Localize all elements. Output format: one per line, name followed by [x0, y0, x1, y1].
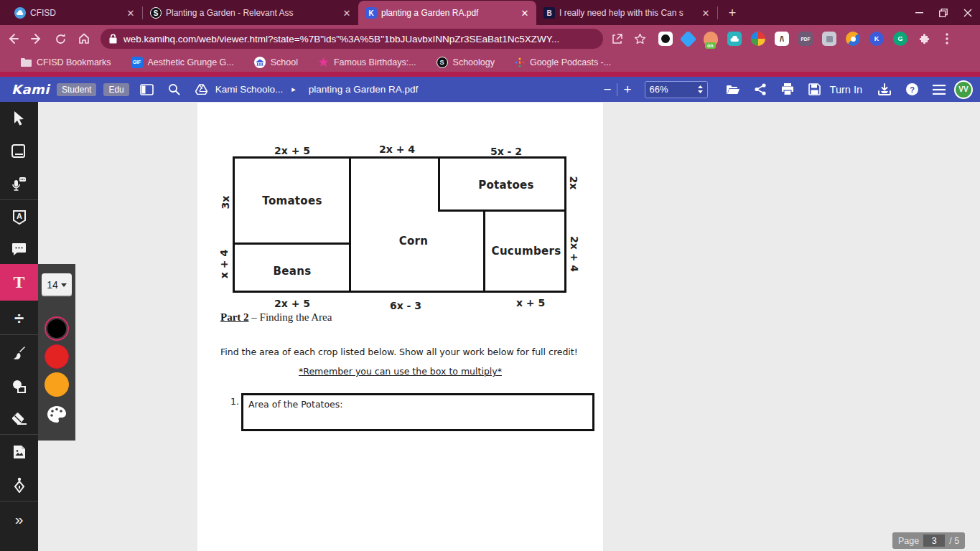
print-icon[interactable] — [778, 80, 797, 99]
menu-icon[interactable] — [930, 80, 948, 99]
page-number-input[interactable]: 3 — [923, 534, 945, 547]
help-icon[interactable]: ? — [902, 80, 921, 99]
tab-brainly[interactable]: B I really need help with this Can s ✕ — [536, 1, 717, 25]
bookmark-school[interactable]: School — [254, 57, 298, 68]
schoology-icon: S — [437, 57, 448, 68]
url-bar[interactable]: web.kamihq.com/web/viewer.html?state=%7B… — [101, 29, 603, 49]
extension-icon-pdf[interactable]: PDF — [798, 32, 813, 46]
extension-icon-on[interactable]: on — [704, 32, 718, 46]
restore-button[interactable] — [931, 0, 956, 25]
shapes-tool[interactable] — [0, 370, 38, 402]
extension-icon-kami[interactable]: K — [869, 32, 884, 46]
tab-close-icon[interactable]: ✕ — [519, 7, 531, 19]
tab-title: planting a Garden RA.pdf — [381, 8, 515, 18]
tab-cfisd[interactable]: CFISD ✕ — [7, 1, 142, 25]
tab-close-icon[interactable]: ✕ — [700, 7, 711, 19]
turn-in-button[interactable]: Turn In — [830, 84, 862, 95]
share-icon[interactable] — [751, 80, 770, 99]
minimize-button[interactable] — [907, 0, 931, 25]
drawing-tool[interactable] — [0, 337, 38, 369]
text-tool-active[interactable]: T — [0, 264, 38, 301]
extensions-puzzle-icon[interactable] — [915, 29, 933, 48]
color-swatch-orange[interactable] — [45, 372, 69, 397]
extension-icon-gray[interactable] — [822, 32, 836, 46]
reload-button[interactable] — [50, 28, 71, 50]
font-size-select[interactable]: 14 — [42, 273, 72, 296]
sidebar-divider — [0, 501, 38, 501]
search-icon[interactable] — [165, 80, 184, 99]
comment-tool[interactable] — [0, 233, 38, 265]
star-icon — [318, 57, 329, 67]
dictionary-tool[interactable] — [0, 135, 38, 166]
extension-icon-mascot[interactable] — [658, 32, 673, 46]
tab-title: I really need help with this Can s — [559, 8, 696, 18]
extension-icon-diamond[interactable] — [679, 30, 696, 47]
bookmark-label: CFISD Bookmarks — [37, 57, 111, 67]
markup-tool[interactable]: A — [0, 202, 38, 233]
breadcrumb[interactable]: Kami Schoolo... — [215, 84, 284, 95]
color-palette-icon[interactable] — [47, 405, 67, 424]
bookmark-schoology[interactable]: S Schoology — [437, 57, 495, 68]
extension-icon-compass[interactable] — [846, 32, 860, 46]
tab-garden-pdf-active[interactable]: K planting a Garden RA.pdf ✕ — [358, 1, 536, 25]
dim-right-bottom: 2x + 4 — [569, 236, 580, 272]
user-avatar[interactable]: VV — [954, 80, 973, 99]
question1-answer-box[interactable]: Area of the Potatoes: — [241, 393, 594, 431]
page-indicator-label: Page — [898, 536, 919, 546]
bookmark-aesthetic-grunge[interactable]: GIF Aesthetic Grunge G... — [131, 57, 234, 68]
save-icon[interactable] — [806, 80, 824, 99]
insert-image-tool[interactable] — [0, 436, 38, 468]
extension-icon-grammarly[interactable]: G — [893, 32, 907, 46]
home-button[interactable] — [73, 28, 95, 50]
expand-tools-button[interactable]: » — [0, 504, 38, 535]
signature-tool[interactable] — [0, 469, 38, 501]
bookmark-google-podcasts[interactable]: Google Podcasts -... — [515, 57, 611, 67]
sidebar-toggle-icon[interactable] — [138, 80, 157, 99]
forward-button[interactable] — [26, 28, 47, 50]
theme-accent-strip — [0, 72, 980, 77]
bookmark-cfisd-folder[interactable]: CFISD Bookmarks — [20, 57, 111, 67]
color-swatch-red[interactable] — [45, 344, 69, 369]
window-controls — [907, 0, 980, 25]
eraser-tool[interactable] — [0, 403, 38, 435]
browser-menu-icon[interactable] — [938, 29, 956, 48]
bookmark-star-icon[interactable] — [630, 29, 649, 48]
tab-close-icon[interactable]: ✕ — [125, 7, 136, 19]
new-tab-button[interactable]: + — [722, 3, 742, 23]
zoom-level-value: 66% — [650, 84, 668, 95]
tab-close-icon[interactable]: ✕ — [341, 7, 353, 19]
download-icon[interactable] — [875, 80, 894, 99]
crop-label-tomatoes: Tomatoes — [262, 194, 322, 207]
select-tool[interactable] — [0, 102, 38, 133]
equation-tool[interactable]: ÷ — [0, 303, 38, 334]
bookmark-famous-birthdays[interactable]: Famous Birthdays:... — [318, 57, 416, 67]
dim-top-left: 2x + 5 — [274, 145, 310, 156]
bookmark-label: Aesthetic Grunge G... — [148, 57, 234, 67]
kami-favicon-icon: K — [365, 7, 377, 19]
text-to-speech-tool[interactable] — [0, 168, 38, 199]
url-text: web.kamihq.com/web/viewer.html?state=%7B… — [123, 34, 559, 44]
close-window-button[interactable] — [956, 0, 980, 25]
on-badge: on — [705, 42, 716, 49]
open-in-new-icon[interactable] — [607, 29, 626, 48]
browser-window: CFISD ✕ S Planting a Garden - Relevant A… — [0, 0, 980, 551]
zoom-level-select[interactable]: 66% — [645, 81, 708, 98]
kami-logo[interactable]: Kami — [11, 82, 50, 97]
spinner-arrows-icon — [698, 85, 703, 93]
back-button[interactable] — [2, 28, 24, 50]
color-swatch-black-selected[interactable] — [45, 316, 69, 341]
extension-icon-cloud[interactable] — [727, 32, 742, 46]
zoom-out-button[interactable]: − — [597, 82, 617, 98]
open-file-icon[interactable] — [724, 80, 742, 99]
svg-text:?: ? — [910, 85, 915, 94]
dim-top-right: 5x - 2 — [490, 146, 522, 157]
crop-label-potatoes: Potatoes — [478, 179, 534, 192]
diagram-line — [483, 209, 485, 291]
edu-badge: Edu — [103, 83, 129, 96]
zoom-in-button[interactable]: + — [617, 82, 637, 98]
crop-label-beans: Beans — [274, 265, 312, 278]
bookmark-label: Famous Birthdays:... — [334, 57, 416, 67]
extension-icon-slash[interactable]: /\ — [775, 32, 789, 46]
extension-icon-pinwheel[interactable] — [751, 32, 765, 46]
tab-planting-garden-schoology[interactable]: S Planting a Garden - Relevant Ass ✕ — [143, 1, 358, 25]
